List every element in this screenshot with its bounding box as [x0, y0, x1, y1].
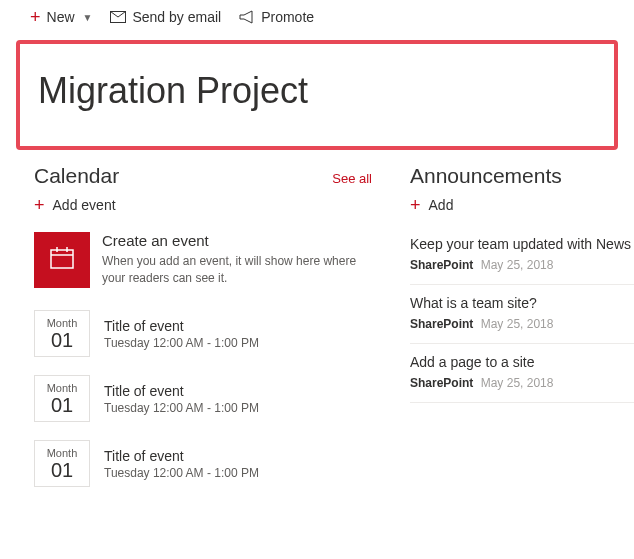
announcements-heading: Announcements — [410, 164, 562, 188]
promote-button[interactable]: Promote — [239, 9, 314, 25]
event-time: Tuesday 12:00 AM - 1:00 PM — [104, 466, 259, 480]
announcements-section: Announcements + Add Keep your team updat… — [410, 164, 634, 495]
announcement-meta: SharePoint May 25, 2018 — [410, 376, 634, 390]
event-item[interactable]: Month 01 Title of event Tuesday 12:00 AM… — [34, 365, 380, 430]
event-date-box: Month 01 — [34, 440, 90, 487]
calendar-promo: Create an event When you add an event, i… — [34, 232, 380, 288]
event-time: Tuesday 12:00 AM - 1:00 PM — [104, 401, 259, 415]
add-announcement-button[interactable]: + Add — [410, 196, 453, 214]
announcement-date: May 25, 2018 — [481, 258, 554, 272]
calendar-heading: Calendar — [34, 164, 119, 188]
calendar-promo-tile — [34, 232, 90, 288]
promote-label: Promote — [261, 9, 314, 25]
event-item[interactable]: Month 01 Title of event Tuesday 12:00 AM… — [34, 430, 380, 495]
event-day: 01 — [35, 394, 89, 417]
megaphone-icon — [239, 10, 255, 24]
promo-desc: When you add an event, it will show here… — [102, 253, 362, 287]
new-button[interactable]: + New ▼ — [30, 8, 92, 26]
new-label: New — [47, 9, 75, 25]
event-title: Title of event — [104, 448, 259, 464]
command-bar: + New ▼ Send by email Promote — [0, 0, 634, 32]
see-all-link[interactable]: See all — [332, 171, 372, 186]
event-text: Title of event Tuesday 12:00 AM - 1:00 P… — [104, 318, 259, 350]
announcement-source: SharePoint — [410, 258, 473, 272]
event-month: Month — [35, 382, 89, 394]
announcement-date: May 25, 2018 — [481, 376, 554, 390]
event-day: 01 — [35, 459, 89, 482]
event-date-box: Month 01 — [34, 375, 90, 422]
promo-title: Create an event — [102, 232, 362, 249]
announcement-source: SharePoint — [410, 376, 473, 390]
announcement-source: SharePoint — [410, 317, 473, 331]
send-label: Send by email — [132, 9, 221, 25]
announcement-title: Keep your team updated with News — [410, 236, 634, 252]
calendar-promo-text: Create an event When you add an event, i… — [102, 232, 362, 288]
event-month: Month — [35, 447, 89, 459]
send-email-button[interactable]: Send by email — [110, 9, 221, 25]
add-event-button[interactable]: + Add event — [34, 196, 116, 214]
announcement-meta: SharePoint May 25, 2018 — [410, 317, 634, 331]
announcement-item[interactable]: Keep your team updated with News SharePo… — [410, 232, 634, 285]
announcement-title: What is a team site? — [410, 295, 634, 311]
announcement-item[interactable]: Add a page to a site SharePoint May 25, … — [410, 344, 634, 403]
content-columns: Calendar See all + Add event Create an e… — [0, 164, 634, 495]
plus-icon: + — [34, 196, 45, 214]
event-month: Month — [35, 317, 89, 329]
plus-icon: + — [410, 196, 421, 214]
plus-icon: + — [30, 8, 41, 26]
event-text: Title of event Tuesday 12:00 AM - 1:00 P… — [104, 448, 259, 480]
announcement-meta: SharePoint May 25, 2018 — [410, 258, 634, 272]
calendar-header: Calendar See all — [34, 164, 380, 188]
announcement-title: Add a page to a site — [410, 354, 634, 370]
add-event-label: Add event — [53, 197, 116, 213]
page-title: Migration Project — [38, 70, 604, 112]
event-text: Title of event Tuesday 12:00 AM - 1:00 P… — [104, 383, 259, 415]
event-date-box: Month 01 — [34, 310, 90, 357]
announcements-list: Keep your team updated with News SharePo… — [410, 232, 634, 403]
announcement-date: May 25, 2018 — [481, 317, 554, 331]
svg-rect-1 — [51, 250, 73, 268]
page-title-box: Migration Project — [16, 40, 618, 150]
chevron-down-icon: ▼ — [83, 12, 93, 23]
announcements-header: Announcements — [410, 164, 634, 188]
event-time: Tuesday 12:00 AM - 1:00 PM — [104, 336, 259, 350]
add-announcement-label: Add — [429, 197, 454, 213]
event-title: Title of event — [104, 383, 259, 399]
event-title: Title of event — [104, 318, 259, 334]
announcement-item[interactable]: What is a team site? SharePoint May 25, … — [410, 285, 634, 344]
calendar-section: Calendar See all + Add event Create an e… — [34, 164, 380, 495]
event-day: 01 — [35, 329, 89, 352]
calendar-icon — [48, 244, 76, 276]
mail-icon — [110, 11, 126, 23]
event-item[interactable]: Month 01 Title of event Tuesday 12:00 AM… — [34, 300, 380, 365]
